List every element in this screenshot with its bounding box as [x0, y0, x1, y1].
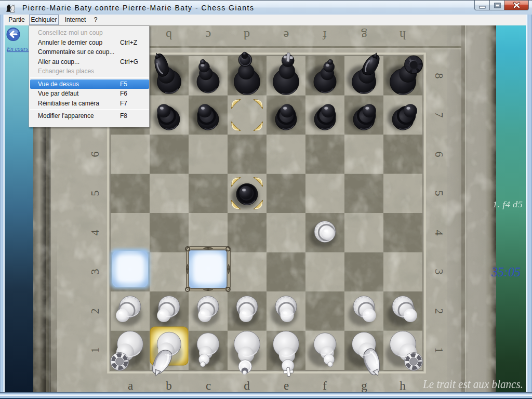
svg-text:5: 5: [88, 191, 101, 196]
svg-text:4: 4: [88, 230, 101, 236]
svg-text:5: 5: [433, 191, 446, 196]
svg-text:3: 3: [88, 269, 101, 275]
svg-text:8: 8: [433, 73, 446, 79]
svg-text:h: h: [400, 379, 406, 392]
svg-text:6: 6: [88, 152, 101, 157]
svg-text:h: h: [400, 29, 406, 42]
svg-text:a: a: [128, 379, 133, 392]
svg-text:Le trait est aux blancs.: Le trait est aux blancs.: [422, 378, 523, 391]
svg-text:1: 1: [433, 348, 446, 353]
svg-text:d: d: [244, 29, 250, 42]
svg-text:e: e: [284, 379, 289, 392]
svg-text:g: g: [361, 29, 367, 42]
svg-text:2: 2: [88, 309, 101, 314]
svg-text:2: 2: [433, 309, 446, 314]
svg-text:e: e: [284, 29, 289, 42]
svg-text:f: f: [323, 379, 327, 392]
svg-text:1. f4 d5: 1. f4 d5: [493, 200, 523, 209]
svg-text:f: f: [323, 29, 327, 42]
svg-text:1: 1: [88, 348, 101, 353]
svg-text:4: 4: [433, 230, 446, 236]
svg-text:g: g: [361, 379, 367, 392]
svg-text:c: c: [206, 29, 211, 42]
svg-text:d: d: [244, 379, 250, 392]
svg-text:7: 7: [433, 112, 446, 118]
svg-text:c: c: [206, 379, 211, 392]
svg-text:b: b: [166, 29, 172, 42]
svg-text:b: b: [166, 379, 172, 392]
svg-text:3: 3: [433, 269, 446, 275]
svg-text:6: 6: [433, 152, 446, 157]
svg-text:35:05: 35:05: [491, 265, 521, 279]
